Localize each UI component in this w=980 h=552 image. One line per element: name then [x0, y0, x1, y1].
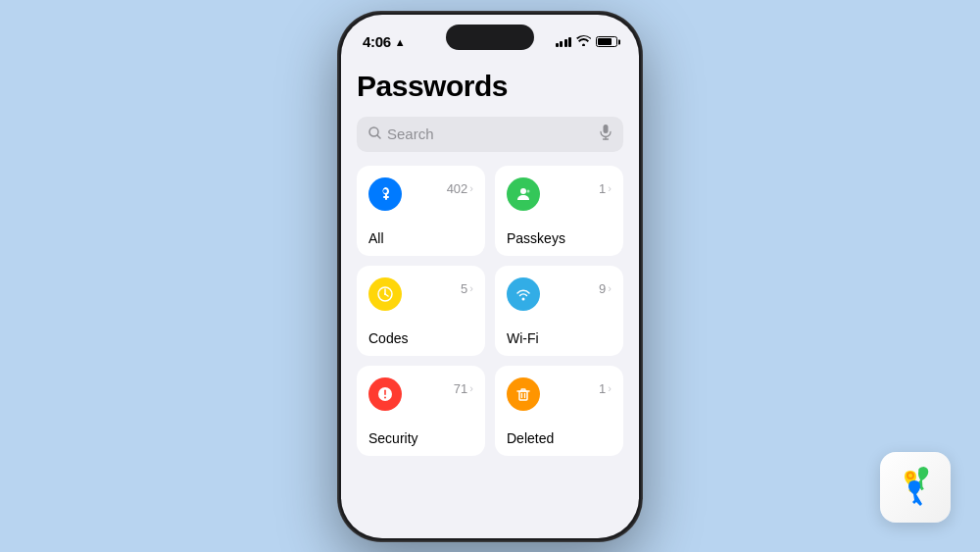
codes-count: 5 [461, 281, 467, 296]
main-content: Passwords Search [341, 62, 639, 472]
passkeys-icon [507, 177, 540, 211]
security-icon [368, 377, 402, 411]
status-time: 4:06 [363, 33, 391, 50]
svg-rect-2 [604, 125, 609, 133]
security-label: Security [368, 430, 473, 446]
passkeys-label: Passkeys [507, 230, 612, 246]
search-bar[interactable]: Search [357, 117, 623, 152]
deleted-label: Deleted [507, 430, 612, 446]
wifi-label: Wi-Fi [507, 330, 612, 346]
phone-frame: 4:06 ▲ [338, 12, 642, 541]
phone-screen: 4:06 ▲ [341, 15, 639, 538]
passkeys-count: 1 [599, 181, 606, 196]
wifi-status-icon [576, 35, 591, 49]
card-wifi[interactable]: 9 › Wi-Fi [495, 266, 623, 356]
search-placeholder: Search [387, 125, 594, 142]
status-icons [556, 35, 618, 49]
passkeys-chevron: › [608, 182, 612, 194]
codes-icon [368, 277, 402, 311]
card-security[interactable]: 71 › Security [357, 366, 485, 456]
svg-point-10 [384, 293, 386, 295]
all-chevron: › [469, 182, 473, 194]
svg-point-6 [527, 189, 530, 192]
security-chevron: › [469, 382, 473, 394]
deleted-chevron: › [608, 382, 612, 394]
passwords-app-icon[interactable] [880, 452, 951, 523]
card-deleted[interactable]: 1 › Deleted [495, 366, 623, 456]
card-passkeys[interactable]: 1 › Passkeys [495, 166, 623, 256]
wifi-icon [507, 277, 540, 311]
codes-chevron: › [469, 282, 473, 294]
phone-device: 4:06 ▲ [338, 12, 642, 541]
signal-bars-icon [556, 37, 572, 47]
svg-rect-13 [384, 389, 386, 395]
battery-icon [596, 36, 617, 47]
all-icon [368, 177, 402, 211]
cards-grid: 402 › All 1 [357, 166, 623, 456]
svg-rect-15 [519, 391, 527, 400]
card-codes[interactable]: 5 › Codes [357, 266, 485, 356]
security-count: 71 [454, 381, 467, 396]
card-all[interactable]: 402 › All [357, 166, 485, 256]
svg-point-14 [384, 396, 386, 398]
wifi-chevron: › [608, 282, 612, 294]
all-count: 402 [447, 181, 468, 196]
location-icon: ▲ [395, 36, 406, 48]
microphone-icon[interactable] [600, 125, 612, 144]
deleted-icon [507, 377, 540, 411]
svg-point-11 [522, 297, 525, 300]
svg-line-1 [377, 135, 380, 138]
codes-label: Codes [368, 330, 473, 346]
svg-point-5 [520, 188, 526, 194]
dynamic-island [446, 25, 534, 50]
deleted-count: 1 [599, 381, 606, 396]
wifi-count: 9 [599, 281, 606, 296]
search-icon [368, 125, 381, 143]
page-title: Passwords [357, 70, 623, 103]
all-label: All [368, 230, 473, 246]
